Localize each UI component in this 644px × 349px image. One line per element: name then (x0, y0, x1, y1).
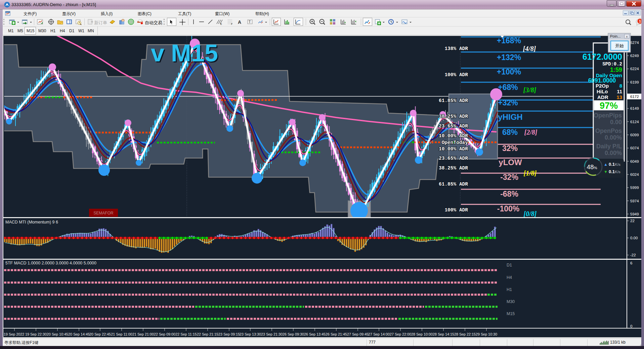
svg-text:28 Sep 14:15: 28 Sep 14:15 (433, 332, 454, 336)
svg-text:6274: 6274 (630, 41, 639, 45)
svg-text:0.00: 0.00 (630, 236, 638, 240)
svg-text:6099: 6099 (630, 133, 639, 137)
svg-text:27 Sep 14:00: 27 Sep 14:00 (368, 332, 390, 336)
svg-text:26 Sep 09:30: 26 Sep 09:30 (283, 332, 304, 336)
svg-text:6224: 6224 (630, 67, 639, 71)
svg-text:19 Sep 22:30: 19 Sep 22:30 (25, 332, 47, 336)
svg-text:23 Sep 13:30: 23 Sep 13:30 (240, 332, 261, 336)
svg-text:13: 13 (616, 94, 622, 100)
svg-text:5949: 5949 (630, 212, 639, 216)
svg-text:6249: 6249 (630, 54, 639, 58)
svg-text:+32%: +32% (498, 98, 518, 107)
svg-text:23 Sep 21:30: 23 Sep 21:30 (261, 332, 283, 336)
svg-text:10.00% ADR: 10.00% ADR (439, 146, 468, 152)
svg-text:D1: D1 (507, 263, 512, 267)
svg-text:[3/8]: [3/8] (523, 86, 536, 94)
svg-text:-68%: -68% (500, 190, 518, 198)
svg-text:6172.0000: 6172.0000 (583, 52, 622, 61)
svg-text:OpenPips: OpenPips (594, 112, 622, 119)
svg-text:22 Sep 21:15: 22 Sep 21:15 (197, 332, 218, 336)
svg-text:开始: 开始 (615, 43, 624, 48)
svg-text:21 Sep 11:00: 21 Sep 11:00 (111, 332, 132, 336)
svg-text:H4: H4 (507, 275, 512, 280)
svg-text:M30: M30 (507, 299, 515, 304)
svg-text:26 Sep 13:45: 26 Sep 13:45 (304, 332, 326, 336)
svg-text:6074: 6074 (630, 146, 639, 150)
svg-text:5TF MACD 1.0000 2.0000 3.0000: 5TF MACD 1.0000 2.0000 3.0000 4.0000 5.0… (5, 261, 96, 265)
svg-text:6199: 6199 (630, 80, 639, 84)
svg-text:M15: M15 (507, 311, 515, 316)
svg-text:6024: 6024 (630, 172, 639, 177)
svg-text:+100%: +100% (497, 67, 521, 76)
svg-text:6124: 6124 (630, 120, 639, 124)
svg-text:0.00%: 0.00% (605, 150, 622, 156)
svg-text:v M15: v M15 (151, 40, 218, 66)
svg-text:-22: -22 (630, 253, 636, 257)
svg-text:38.25% ADR: 38.25% ADR (439, 114, 468, 119)
svg-text:MACD MTI (Momentum) 9 6: MACD MTI (Momentum) 9 6 (5, 220, 58, 225)
svg-text:[1/8]: [1/8] (524, 169, 537, 177)
svg-text:100% ADR: 100% ADR (444, 72, 468, 78)
svg-text:8: 8 (619, 83, 622, 89)
svg-text:HiLo: HiLo (597, 89, 608, 94)
svg-text:22 Sep 11:15: 22 Sep 11:15 (175, 332, 197, 336)
svg-text:0.00%: 0.00% (605, 134, 622, 141)
svg-text:5999: 5999 (630, 186, 639, 190)
svg-text:6172: 6172 (630, 95, 639, 99)
svg-text:27 Sep 09:45: 27 Sep 09:45 (347, 332, 369, 336)
svg-text:-100%: -100% (497, 204, 519, 213)
svg-text:OpenToday: OpenToday (442, 140, 468, 145)
svg-text:28 Sep 22:15: 28 Sep 22:15 (454, 332, 476, 336)
svg-text:38.25% ADR: 38.25% ADR (439, 165, 468, 171)
svg-text:[2/8]: [2/8] (524, 129, 538, 136)
svg-text:27 Sep 22:00: 27 Sep 22:00 (390, 332, 411, 336)
svg-text:32%: 32% (502, 144, 518, 153)
svg-text:0: 0 (630, 324, 632, 328)
svg-text:97%: 97% (600, 101, 618, 111)
svg-text:SPD:0.2: SPD:0.2 (602, 61, 622, 67)
svg-text:10.00% ADR: 10.00% ADR (439, 133, 468, 139)
svg-text:-32%: -32% (500, 173, 518, 182)
svg-text:11: 11 (617, 89, 622, 94)
svg-text:P2Op: P2Op (596, 83, 609, 89)
svg-text:20 Sep 22:45: 20 Sep 22:45 (89, 332, 111, 336)
svg-text:Daily P/L: Daily P/L (596, 143, 622, 150)
svg-text:6149: 6149 (630, 106, 639, 110)
svg-text:yLOW: yLOW (499, 158, 522, 167)
svg-text:100% ADR: 100% ADR (444, 207, 468, 213)
svg-text:5974: 5974 (630, 199, 639, 203)
svg-text:68%: 68% (502, 128, 518, 137)
svg-text:20 Sep 10:45: 20 Sep 10:45 (47, 332, 68, 336)
svg-text:22: 22 (630, 219, 635, 223)
svg-text:61.85% ADR: 61.85% ADR (439, 182, 468, 187)
svg-text:0.1K/s: 0.1K/s (609, 162, 620, 167)
svg-text:[4/8]: [4/8] (523, 45, 536, 52)
svg-text:▼: ▼ (604, 169, 608, 174)
svg-text:Poin...: Poin... (610, 34, 620, 38)
svg-text:29 Sep 10:30: 29 Sep 10:30 (476, 332, 497, 336)
svg-text:+168%: +168% (497, 36, 521, 45)
svg-text:ADR: ADR (597, 94, 608, 100)
svg-text:23.65% ADR: 23.65% ADR (439, 123, 468, 129)
svg-text:0.1K/s: 0.1K/s (609, 169, 620, 174)
svg-text:SEMAFOR: SEMAFOR (93, 211, 114, 215)
svg-text:OpenPos: OpenPos (595, 128, 622, 134)
svg-text:[0/8]: [0/8] (524, 210, 537, 217)
svg-text:26 Sep 21:45: 26 Sep 21:45 (326, 332, 347, 336)
svg-text:0.00: 0.00 (610, 119, 622, 126)
svg-text:6049: 6049 (630, 159, 639, 163)
svg-text:21 Sep 21:00: 21 Sep 21:00 (132, 332, 154, 336)
svg-text:6: 6 (630, 261, 632, 265)
svg-text:138% ADR: 138% ADR (444, 46, 468, 51)
svg-text:28 Sep 10:00: 28 Sep 10:00 (411, 332, 433, 336)
svg-text:23.65% ADR: 23.65% ADR (439, 156, 468, 161)
svg-text:x: x (626, 35, 628, 38)
svg-text:+68%: +68% (498, 83, 518, 92)
svg-text:1:59: 1:59 (610, 66, 622, 73)
svg-text:▲: ▲ (604, 162, 608, 167)
svg-text:yHIGH: yHIGH (498, 112, 522, 121)
svg-text:61.85% ADR: 61.85% ADR (439, 98, 468, 103)
svg-text:23 Sep 09:15: 23 Sep 09:15 (218, 332, 240, 336)
svg-text:+132%: +132% (497, 53, 521, 62)
svg-text:22 Sep 09:00: 22 Sep 09:00 (154, 332, 175, 336)
